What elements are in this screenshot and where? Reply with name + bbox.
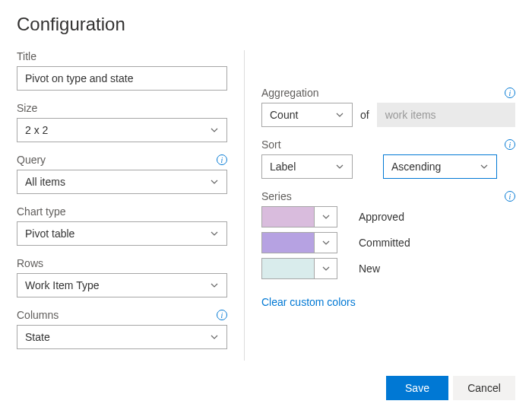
chevron-down-icon <box>314 207 337 227</box>
info-icon[interactable]: i <box>505 191 515 202</box>
aggregation-method-value: Count <box>270 109 298 121</box>
field-rows: Rows Work Item Type <box>17 257 227 297</box>
series-name: Approved <box>359 211 404 223</box>
series-item: Committed <box>261 232 515 253</box>
title-value: Pivot on type and state <box>25 72 133 84</box>
sort-direction-select[interactable]: Ascending <box>383 154 497 179</box>
aggregation-label: Aggregation <box>261 87 319 99</box>
chevron-down-icon <box>335 162 344 171</box>
series-name: Committed <box>359 237 410 249</box>
cancel-button[interactable]: Cancel <box>453 376 515 400</box>
info-icon[interactable]: i <box>505 139 515 150</box>
clear-colors-link[interactable]: Clear custom colors <box>261 296 356 308</box>
chart-type-label: Chart type <box>17 205 66 218</box>
chevron-down-icon <box>314 233 337 253</box>
chevron-down-icon <box>335 110 344 119</box>
info-icon[interactable]: i <box>217 154 227 165</box>
columns-label: Columns <box>17 309 59 321</box>
series-name: New <box>359 262 380 275</box>
color-swatch <box>262 233 314 253</box>
color-swatch <box>262 259 314 278</box>
rows-select[interactable]: Work Item Type <box>17 273 227 297</box>
field-query: Query i All items <box>17 154 227 194</box>
sort-by-select[interactable]: Label <box>261 154 353 179</box>
query-label: Query <box>17 154 46 166</box>
title-label: Title <box>17 50 36 62</box>
series-item: New <box>261 258 515 279</box>
rows-value: Work Item Type <box>25 279 100 291</box>
size-select[interactable]: 2 x 2 <box>17 118 227 142</box>
aggregation-method-select[interactable]: Count <box>261 103 353 127</box>
series-label: Series <box>261 190 292 202</box>
series-color-picker[interactable] <box>261 232 337 253</box>
field-chart-type: Chart type Pivot table <box>17 205 227 246</box>
chevron-down-icon <box>314 259 337 278</box>
field-size: Size 2 x 2 <box>17 102 227 142</box>
field-sort: Sort i Label Ascending <box>261 138 515 179</box>
info-icon[interactable]: i <box>217 310 227 320</box>
chevron-down-icon <box>210 332 219 342</box>
series-item: Approved <box>261 206 515 227</box>
sort-direction-value: Ascending <box>391 161 441 173</box>
rows-label: Rows <box>17 257 43 269</box>
title-input[interactable]: Pivot on type and state <box>17 66 227 91</box>
field-title: Title Pivot on type and state <box>17 50 227 91</box>
field-series: Series i Approved Committed <box>261 190 515 308</box>
query-value: All items <box>25 176 65 188</box>
field-aggregation: Aggregation i Count of work items <box>261 87 515 127</box>
series-color-picker[interactable] <box>261 206 337 227</box>
chart-type-select[interactable]: Pivot table <box>17 221 227 246</box>
chevron-down-icon <box>210 126 219 135</box>
columns-value: State <box>25 331 50 343</box>
chevron-down-icon <box>210 229 219 238</box>
aggregation-target: work items <box>377 103 515 127</box>
chevron-down-icon <box>210 281 219 290</box>
columns-select[interactable]: State <box>17 325 227 349</box>
info-icon[interactable]: i <box>505 87 515 98</box>
sort-by-value: Label <box>270 161 296 173</box>
save-button[interactable]: Save <box>386 376 448 400</box>
page-title: Configuration <box>17 14 515 35</box>
chevron-down-icon <box>210 177 219 186</box>
series-color-picker[interactable] <box>261 258 337 279</box>
query-select[interactable]: All items <box>17 170 227 194</box>
size-value: 2 x 2 <box>25 124 48 136</box>
chart-type-value: Pivot table <box>25 227 74 240</box>
chevron-down-icon <box>480 162 489 171</box>
field-columns: Columns i State <box>17 309 227 349</box>
sort-label: Sort <box>261 138 281 151</box>
color-swatch <box>262 207 314 227</box>
size-label: Size <box>17 102 37 114</box>
aggregation-of-text: of <box>360 109 369 121</box>
